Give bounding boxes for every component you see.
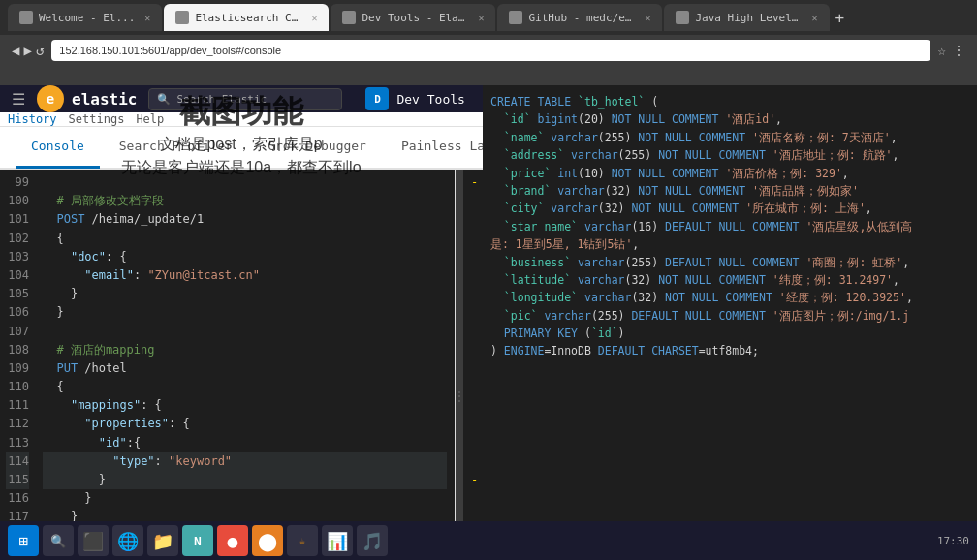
taskbar-chart[interactable]: 📊: [322, 525, 353, 556]
tab-favicon-5: [676, 11, 689, 24]
tab-favicon-4: [509, 11, 522, 24]
line-num: 109: [6, 359, 29, 378]
menu-icon[interactable]: ⋮: [952, 43, 965, 58]
sql-line: `city` varchar(32) NOT NULL COMMENT '所在城…: [490, 200, 969, 217]
editor-content[interactable]: 99 100 101 102 103 104 105 106 107 108 1…: [0, 170, 455, 560]
sql-line: `business` varchar(255) DEFAULT NULL COM…: [490, 254, 969, 271]
code-line-hl: }: [43, 471, 447, 489]
code-line: POST /heima/_update/1: [43, 210, 447, 229]
nav-buttons: ◀ ▶ ↺: [12, 43, 44, 58]
sql-line: `longitude` varchar(32) NOT NULL COMMENT…: [490, 289, 969, 306]
breadcrumb-area: D Dev Tools: [365, 87, 464, 110]
browser-tab-2[interactable]: Elasticsearch Clients | Elastic ✕: [164, 4, 329, 31]
tab-close-3[interactable]: ✕: [478, 13, 484, 23]
taskbar-cortana[interactable]: ⬛: [78, 525, 109, 556]
tab-favicon-2: [175, 11, 189, 24]
code-line: {: [43, 230, 447, 248]
taskbar-music[interactable]: 🎵: [357, 525, 388, 556]
line-num: 99: [6, 173, 29, 192]
sql-line: `price` int(10) NOT NULL COMMENT '酒店价格；例…: [490, 165, 969, 182]
tab-close-1[interactable]: ✕: [144, 13, 150, 23]
taskbar-explorer[interactable]: 📁: [147, 525, 178, 556]
code-line: "id":{: [43, 434, 447, 452]
elastic-brand-name: elastic: [72, 90, 137, 109]
sql-line: `address` varchar(255) NOT NULL COMMENT …: [490, 146, 969, 164]
code-line: "doc": {: [43, 248, 447, 266]
line-num-hl: 114: [6, 452, 29, 471]
line-num: 113: [6, 434, 29, 452]
taskbar-n[interactable]: N: [182, 525, 213, 556]
start-button[interactable]: ⊞: [8, 525, 39, 556]
sql-panel: CREATE TABLE `tb_hotel` ( `id` bigint(20…: [483, 85, 977, 560]
back-button[interactable]: ◀: [12, 43, 19, 58]
browser-tab-1[interactable]: Welcome - El... ✕: [8, 4, 162, 31]
breadcrumb-label: Dev Tools: [396, 92, 464, 107]
line-num: 111: [6, 396, 29, 415]
tab-favicon-1: [19, 11, 33, 24]
taskbar-dot1[interactable]: ●: [217, 525, 248, 556]
line-num-hl: 115: [6, 471, 29, 489]
code-line: "email": "ZYun@itcast.cn": [43, 266, 447, 285]
line-num: 107: [6, 323, 29, 341]
code-line: "mappings": {: [43, 396, 447, 415]
code-line: [43, 323, 447, 341]
bookmark-icon[interactable]: ☆: [938, 43, 946, 58]
sql-line: ) ENGINE=InnoDB DEFAULT CHARSET=utf8mb4;: [490, 342, 969, 359]
elastic-logo: e elastic: [37, 85, 137, 112]
tab-console[interactable]: Console: [16, 126, 100, 169]
tab-close-5[interactable]: ✕: [811, 13, 817, 23]
new-tab-button[interactable]: +: [835, 9, 845, 27]
history-button[interactable]: History: [8, 112, 57, 126]
editor-panel: 99 100 101 102 103 104 105 106 107 108 1…: [0, 170, 456, 560]
settings-button[interactable]: Settings: [69, 112, 125, 126]
browser-chrome: Welcome - El... ✕ Elasticsearch Clients …: [0, 0, 977, 85]
tab-favicon-3: [342, 11, 356, 24]
line-num: 106: [6, 303, 29, 322]
taskbar-browser[interactable]: 🌐: [112, 525, 143, 556]
refresh-button[interactable]: ↺: [36, 43, 44, 58]
taskbar-dot2[interactable]: ⬤: [252, 525, 283, 556]
taskbar-java[interactable]: ☕: [287, 525, 318, 556]
tab-label-4: GitHub - medc/elasticsearc...: [528, 12, 635, 24]
breadcrumb-icon: D: [365, 87, 389, 110]
address-input[interactable]: [51, 40, 930, 61]
code-line: [43, 173, 447, 192]
help-button[interactable]: Help: [136, 112, 164, 126]
code-editor[interactable]: # 局部修改文档字段 POST /heima/_update/1 { "doc"…: [35, 170, 455, 560]
tab-close-2[interactable]: ✕: [311, 13, 317, 23]
code-line: # 酒店的mapping: [43, 341, 447, 359]
sql-line: `star_name` varchar(16) DEFAULT NULL COM…: [490, 218, 969, 235]
browser-tab-3[interactable]: Dev Tools - Elastic ✕: [331, 4, 495, 31]
line-num: 110: [6, 378, 29, 396]
panel-divider[interactable]: ⋮: [456, 170, 463, 560]
code-line-hl: "type": "keyword": [43, 452, 447, 471]
search-icon: 🔍: [157, 93, 171, 106]
line-num: 116: [6, 489, 29, 508]
browser-tab-4[interactable]: GitHub - medc/elasticsearc... ✕: [497, 4, 662, 31]
kibana-search-bar[interactable]: 🔍 Search Elastic: [148, 88, 342, 110]
taskbar-tray: 17:30: [937, 535, 969, 547]
tab-grok-debugger[interactable]: Grok Debugger: [252, 126, 382, 169]
line-num: 105: [6, 285, 29, 303]
sql-line: `pic` varchar(255) DEFAULT NULL COMMENT …: [490, 307, 969, 325]
tab-close-4[interactable]: ✕: [645, 13, 650, 23]
elastic-icon: e: [37, 85, 64, 112]
line-num: 102: [6, 230, 29, 248]
forward-button[interactable]: ▶: [23, 43, 31, 58]
code-line: # 局部修改文档字段: [43, 192, 447, 210]
tab-label-5: Java High Level REST Client...: [695, 12, 802, 24]
sql-line: `name` varchar(255) NOT NULL COMMENT '酒店…: [490, 129, 969, 146]
line-num: 101: [6, 210, 29, 229]
line-num: 108: [6, 341, 29, 359]
search-placeholder: Search Elastic: [176, 93, 267, 106]
code-line: {: [43, 378, 447, 396]
browser-tab-5[interactable]: Java High Level REST Client... ✕: [664, 4, 829, 31]
line-num: 100: [6, 192, 29, 210]
sql-line: 是: 1星到5星, 1钻到5钻',: [490, 235, 969, 253]
line-numbers: 99 100 101 102 103 104 105 106 107 108 1…: [0, 170, 35, 560]
sql-line: PRIMARY KEY (`id`): [490, 325, 969, 342]
line-num: 104: [6, 266, 29, 285]
taskbar-search[interactable]: 🔍: [43, 525, 74, 556]
tab-search-profiler[interactable]: Search Profiler: [104, 126, 248, 169]
hamburger-menu[interactable]: ☰: [12, 90, 25, 109]
